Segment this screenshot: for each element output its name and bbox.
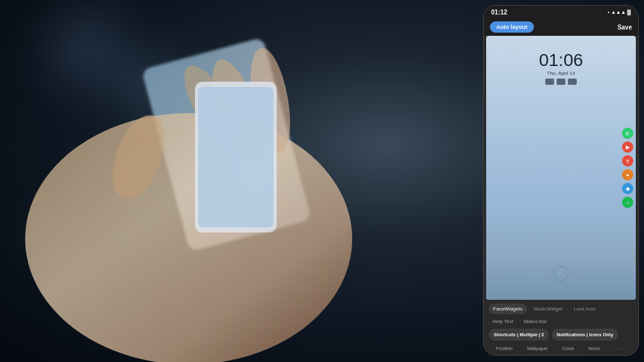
lockscreen-notification-icons	[486, 79, 636, 85]
nav-clock[interactable]: Clock	[562, 346, 574, 351]
app-shortcut-icon-5[interactable]: ◈	[622, 183, 633, 194]
status-time: 01:12	[491, 9, 508, 16]
hand-silhouette	[0, 0, 428, 362]
sub-tabs: Help Text Status Bar	[489, 317, 633, 326]
lockscreen-hour: 01:06	[486, 52, 636, 69]
battery-icon: ▓	[627, 9, 631, 15]
fingerprint-sensor	[553, 266, 569, 281]
shortcuts-button[interactable]: Shortcuts | Multiple | 2	[489, 329, 549, 341]
phone-panel: 01:12 ▪ ▲▲▲ ▓ Auto layout Save 01:06 Thu…	[483, 5, 639, 356]
status-bar-tab[interactable]: Status Bar	[521, 317, 549, 326]
spotify-shortcut-icon[interactable]: ♪	[622, 197, 633, 208]
help-text-tab[interactable]: Help Text	[490, 317, 516, 326]
side-app-icons: C ▶ Y ● ◈ ♪	[622, 128, 633, 208]
status-bar: 01:12 ▪ ▲▲▲ ▓	[484, 6, 638, 18]
wifi-icon: ▪	[608, 9, 610, 15]
tab-facewidgets[interactable]: FaceWidgets	[489, 304, 527, 314]
widget-tabs: FaceWidgets MusicWidget Lock Icon	[489, 304, 633, 314]
mountain-background	[486, 224, 636, 300]
youtube-shortcut-icon[interactable]: ▶	[622, 141, 633, 153]
top-toolbar: Auto layout Save	[484, 18, 638, 36]
tab-lockicon[interactable]: Lock Icon	[569, 304, 599, 314]
notif-icon-2	[557, 79, 565, 85]
tab-musicwidget[interactable]: MusicWidget	[530, 304, 567, 314]
app-shortcut-icon-3[interactable]: Y	[622, 155, 633, 167]
nav-wallpaper[interactable]: Wallpaper	[527, 346, 548, 351]
control-panel: FaceWidgets MusicWidget Lock Icon Help T…	[484, 300, 638, 355]
lockscreen-date: Thu, April 14	[486, 70, 636, 76]
notif-icon-3	[568, 79, 577, 85]
screen-preview: 01:06 Thu, April 14 C ▶ Y ● ◈ ♪	[486, 36, 636, 300]
phone-shortcut-icon[interactable]: C	[622, 128, 633, 139]
status-icons: ▪ ▲▲▲ ▓	[608, 9, 631, 15]
auto-layout-button[interactable]: Auto layout	[490, 21, 534, 33]
notif-icon-1	[545, 79, 554, 85]
svg-rect-6	[198, 87, 274, 228]
signal-icon: ▲▲▲	[611, 9, 626, 15]
svg-point-0	[25, 113, 352, 362]
nav-items[interactable]: Items	[588, 346, 599, 351]
notifications-button[interactable]: Notifications | Icons Only	[552, 329, 618, 341]
save-button[interactable]: Save	[618, 24, 632, 31]
bottom-navigation: Position Wallpaper Clock Items ······	[489, 344, 633, 353]
action-buttons: Shortcuts | Multiple | 2 Notifications |…	[489, 329, 633, 341]
lockscreen-time-display: 01:06 Thu, April 14	[486, 52, 636, 85]
nav-position[interactable]: Position	[496, 346, 513, 351]
app-shortcut-icon-4[interactable]: ●	[622, 169, 633, 180]
more-dots-icon: ······	[614, 346, 626, 351]
